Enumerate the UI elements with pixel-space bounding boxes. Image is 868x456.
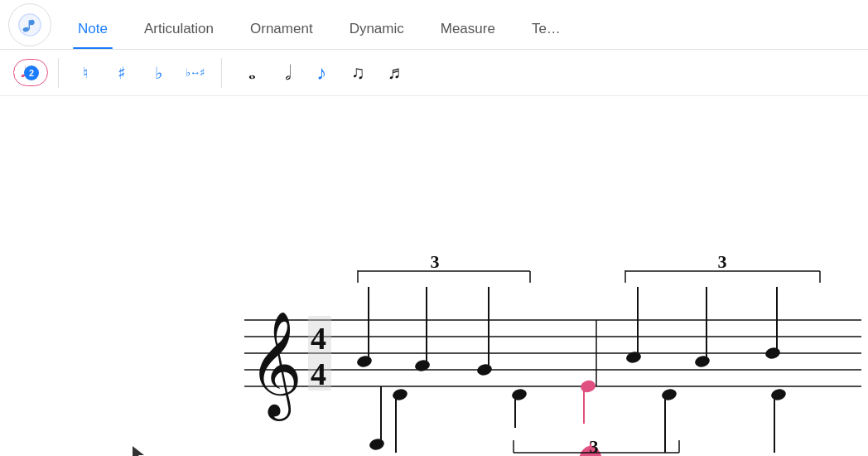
tab-dynamic[interactable]: Dynamic xyxy=(331,21,422,49)
svg-text:3: 3 xyxy=(718,251,727,272)
svg-point-16 xyxy=(356,354,374,368)
triplet-bracket-1: 3 xyxy=(358,251,530,283)
tab-ornament[interactable]: Ornament xyxy=(232,21,331,49)
svg-point-38 xyxy=(579,379,596,394)
lower-note-5 xyxy=(770,387,788,453)
top-nav: Note Articulation Ornament Dynamic Measu… xyxy=(0,0,868,50)
eighth-note-button[interactable]: ♫ xyxy=(341,56,374,90)
score-area: 𝄞 4 4 3 xyxy=(0,96,868,456)
toolbar: 𝅘𝅥 2 ♮ ♯ ♭ ♭↔♯ 𝅝 𝅗𝅥 ♪ ♫ ♬ xyxy=(0,50,868,96)
tab-note[interactable]: Note xyxy=(60,21,126,49)
note-badge: 2 xyxy=(24,65,39,80)
note-m1-b1 xyxy=(356,287,374,369)
svg-rect-2 xyxy=(29,20,30,29)
note-m2-b2 xyxy=(694,287,711,369)
app-container: Note Articulation Ornament Dynamic Measu… xyxy=(0,0,868,456)
divider-1 xyxy=(58,58,59,88)
lower-note-1 xyxy=(392,387,409,453)
tab-measure[interactable]: Measure xyxy=(422,21,514,49)
svg-point-42 xyxy=(661,387,678,401)
treble-clef: 𝄞 xyxy=(248,313,302,422)
natural-button[interactable]: ♮ xyxy=(69,56,102,90)
svg-point-32 xyxy=(764,346,782,360)
flat-button[interactable]: ♭ xyxy=(142,56,175,90)
note-m1-b3 xyxy=(476,287,494,377)
svg-point-18 xyxy=(414,358,432,372)
svg-text:3: 3 xyxy=(431,251,440,272)
note-m2-b3 xyxy=(764,287,782,361)
svg-text:3: 3 xyxy=(590,436,599,456)
svg-point-22 xyxy=(369,437,386,451)
note-m1-b4-low xyxy=(369,386,386,452)
time-signature: 4 4 xyxy=(308,316,331,391)
toggle-natural-sharp-button[interactable]: ♭↔♯ xyxy=(178,56,211,90)
svg-point-36 xyxy=(511,387,528,401)
svg-point-34 xyxy=(392,387,409,401)
tab-articulation[interactable]: Articulation xyxy=(126,21,232,49)
svg-text:4: 4 xyxy=(311,321,326,356)
whole-note-button[interactable]: 𝅝 xyxy=(232,56,265,90)
quarter-note-button[interactable]: ♪ xyxy=(305,56,338,90)
score-svg: 𝄞 4 4 3 xyxy=(0,96,868,456)
svg-point-20 xyxy=(476,362,494,376)
svg-text:4: 4 xyxy=(311,357,326,391)
lower-note-4 xyxy=(661,387,678,453)
triplet-bracket-2: 3 xyxy=(625,251,820,283)
note-type-pill[interactable]: 𝅘𝅥 2 xyxy=(13,59,48,86)
app-logo[interactable] xyxy=(8,3,51,46)
divider-2 xyxy=(221,58,222,88)
svg-point-44 xyxy=(770,387,788,401)
sixteenth-note-button[interactable]: ♬ xyxy=(378,56,411,90)
triplet-bracket-bottom: 3 xyxy=(514,436,679,456)
lower-note-2 xyxy=(511,387,528,428)
sharp-button[interactable]: ♯ xyxy=(105,56,138,90)
tab-text[interactable]: Te… xyxy=(514,21,579,49)
svg-point-28 xyxy=(625,350,643,364)
half-note-button[interactable]: 𝅗𝅥 xyxy=(268,56,301,90)
note-m1-b2 xyxy=(414,287,432,373)
nav-tabs: Note Articulation Ornament Dynamic Measu… xyxy=(60,0,579,49)
svg-point-30 xyxy=(694,354,711,368)
